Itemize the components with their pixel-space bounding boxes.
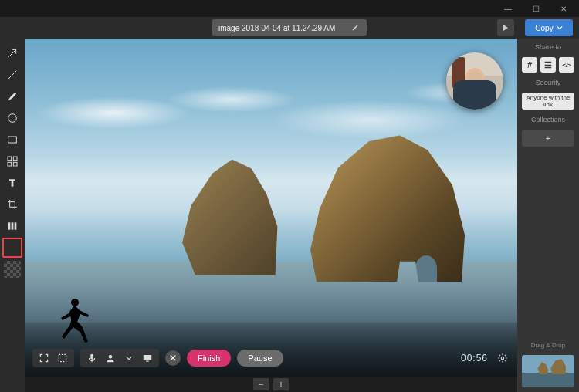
canvas-area: ✕ Finish Pause 00:56 − + [25,39,517,392]
sidebar: Share to # ☰ </> Security Anyone with th… [517,39,579,392]
share-slack[interactable]: # [522,57,537,73]
play-button[interactable] [497,19,514,36]
titlebar: — ☐ ✕ [0,0,579,17]
maximize-button[interactable]: ☐ [523,1,548,16]
svg-rect-11 [90,354,93,360]
security-button[interactable]: Anyone with the link [522,93,574,110]
rectangle-tool[interactable] [2,130,22,150]
screen-icon[interactable] [141,351,154,365]
share-trello[interactable]: ☰ [540,57,556,73]
collections-label: Collections [531,116,565,123]
transparency-tool[interactable] [4,261,21,278]
zoom-bar: − + [25,377,517,392]
rec-tools-left [32,349,74,367]
share-embed[interactable]: </> [559,57,574,73]
svg-rect-5 [13,162,17,166]
add-collection-button[interactable]: + [522,130,574,147]
svg-point-9 [71,299,79,306]
crop-tool[interactable] [2,194,22,215]
zoom-out-button[interactable]: − [253,378,269,390]
svg-rect-2 [8,157,12,161]
settings-icon[interactable] [496,351,510,365]
security-label: Security [536,79,561,86]
brush-tool[interactable] [2,86,22,106]
svg-point-0 [8,114,17,123]
recording-timer: 00:56 [461,353,488,363]
text-tool[interactable] [2,173,22,193]
finish-button[interactable]: Finish [187,350,231,367]
svg-point-12 [109,355,113,359]
webcam-icon[interactable] [103,351,117,365]
dragdrop-label: Drag & Drop [531,342,565,349]
close-recorder-button[interactable]: ✕ [165,350,181,366]
color-swatch[interactable] [2,238,22,258]
svg-rect-3 [13,157,17,161]
svg-rect-7 [12,222,14,229]
filename-field[interactable]: image 2018-04-04 at 11.24.29 AM [212,19,367,36]
svg-rect-8 [15,222,17,229]
thumbnail[interactable] [522,355,574,387]
chevron-down-icon[interactable] [122,351,136,365]
close-button[interactable]: ✕ [551,1,576,16]
recording-bar: ✕ Finish Pause 00:56 [25,344,517,372]
line-tool[interactable] [2,65,22,85]
arrow-tool[interactable] [2,43,22,63]
share-row: # ☰ </> [522,57,574,73]
region-icon[interactable] [56,351,69,365]
svg-rect-6 [8,222,11,229]
pause-button[interactable]: Pause [237,350,283,367]
mic-icon[interactable] [85,351,99,365]
zoom-in-button[interactable]: + [273,378,289,390]
filename-text: image 2018-04-04 at 11.24.29 AM [218,24,335,32]
copy-label: Copy [535,24,553,32]
minimize-button[interactable]: — [496,1,520,16]
webcam-overlay[interactable] [446,52,503,110]
share-label: Share to [535,43,561,51]
svg-rect-13 [144,355,152,360]
svg-rect-1 [8,137,17,143]
blur-tool[interactable] [2,151,22,171]
svg-point-15 [501,357,504,360]
columns-tool[interactable] [2,216,22,236]
copy-button[interactable]: Copy [525,19,573,36]
runner-silhouette [52,296,93,347]
toolbar [0,39,25,392]
svg-rect-4 [8,162,12,166]
fullscreen-icon[interactable] [37,351,51,365]
header-bar: image 2018-04-04 at 11.24.29 AM Copy [0,17,579,39]
svg-rect-10 [59,354,66,361]
svg-rect-14 [146,361,149,362]
ellipse-tool[interactable] [2,108,22,128]
pencil-icon[interactable] [351,22,361,33]
rec-tools-mid [80,349,159,367]
canvas[interactable]: ✕ Finish Pause 00:56 [25,39,517,377]
